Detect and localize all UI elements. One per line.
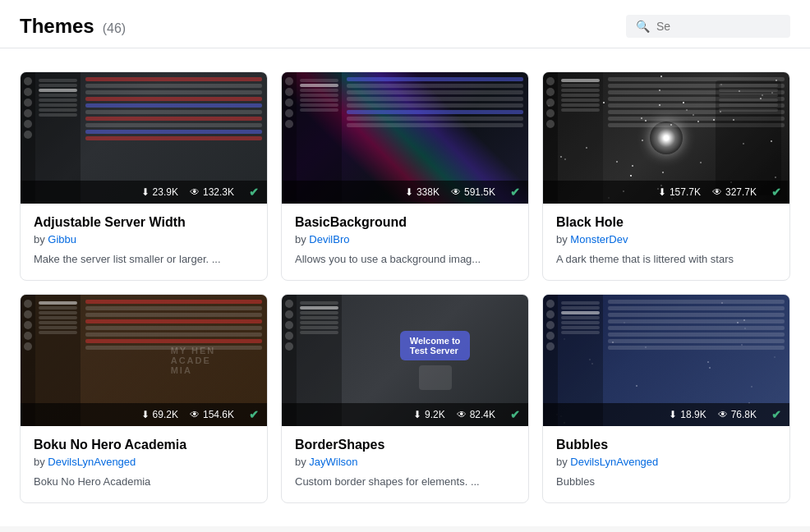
view-stat: 👁 327.7K <box>712 186 757 198</box>
page-header: Themes (46) 🔍 <box>0 0 810 48</box>
card-author: by Gibbu <box>34 233 254 245</box>
page-title: Themes <box>20 15 94 38</box>
card-description: Boku No Hero Academia <box>34 475 254 489</box>
theme-card-basicbackground[interactable]: ⬇ 338K 👁 591.5K ✔ BasicBackground by Dev… <box>281 71 529 281</box>
view-stat: 👁 154.6K <box>190 409 234 420</box>
download-icon: ⬇ <box>405 186 413 198</box>
card-author: by DevilsLynAvenged <box>34 456 254 468</box>
view-stat: 👁 76.8K <box>718 409 757 420</box>
eye-icon: 👁 <box>190 186 200 198</box>
download-icon: ⬇ <box>141 186 150 198</box>
author-link[interactable]: Gibbu <box>48 233 76 245</box>
verified-check: ✔ <box>249 186 259 199</box>
download-stat: ⬇ 69.2K <box>141 409 178 420</box>
download-stat: ⬇ 9.2K <box>413 409 445 420</box>
author-link[interactable]: MonsterDev <box>570 233 628 245</box>
eye-icon: 👁 <box>712 186 722 198</box>
author-link[interactable]: DevilsLynAvenged <box>570 456 658 468</box>
theme-card-bubbles[interactable]: ⬇ 18.9K 👁 76.8K ✔ Bubbles by DevilsLynAv… <box>542 294 790 503</box>
verified-check: ✔ <box>249 408 259 421</box>
view-stat: 👁 591.5K <box>451 186 495 198</box>
search-box[interactable]: 🔍 <box>626 15 790 38</box>
eye-icon: 👁 <box>457 409 467 420</box>
author-link[interactable]: DevilBro <box>309 233 349 245</box>
author-link[interactable]: JayWilson <box>309 456 357 468</box>
themes-grid: ⬇ 23.9K 👁 132.3K ✔ Adjustable Server Wid… <box>0 48 810 526</box>
verified-check: ✔ <box>510 186 520 199</box>
card-description: Bubbles <box>556 475 776 489</box>
card-title: Boku No Hero Academia <box>34 438 254 452</box>
card-description: Allows you to use a background imag... <box>295 252 515 267</box>
verified-check: ✔ <box>771 186 781 199</box>
view-stat: 👁 82.4K <box>457 409 495 420</box>
theme-card-adjustable-server-width[interactable]: ⬇ 23.9K 👁 132.3K ✔ Adjustable Server Wid… <box>20 71 268 281</box>
search-input[interactable] <box>656 20 780 33</box>
card-title: Adjustable Server Width <box>34 215 254 230</box>
download-stat: ⬇ 18.9K <box>669 409 706 420</box>
eye-icon: 👁 <box>190 409 200 420</box>
download-stat: ⬇ 338K <box>405 186 440 198</box>
verified-check: ✔ <box>771 408 781 421</box>
verified-check: ✔ <box>510 408 520 421</box>
download-stat: ⬇ 157.7K <box>658 186 701 198</box>
theme-card-black-hole[interactable]: ⬇ 157.7K 👁 327.7K ✔ Black Hole by Monste… <box>542 71 790 281</box>
card-title: BasicBackground <box>295 215 515 230</box>
theme-card-boku-no-hero-academia[interactable]: MY HENACADEMIA ⬇ 69.2K 👁 154.6K ✔ Boku N… <box>20 294 268 503</box>
download-stat: ⬇ 23.9K <box>141 186 178 198</box>
eye-icon: 👁 <box>451 186 461 198</box>
card-title: BorderShapes <box>295 438 515 452</box>
card-author: by DevilsLynAvenged <box>556 456 776 468</box>
theme-card-bordershapes[interactable]: Welcome toTest Server ⬇ 9.2K 👁 82.4K ✔ B… <box>281 294 529 503</box>
download-icon: ⬇ <box>413 409 421 420</box>
download-icon: ⬇ <box>669 409 677 420</box>
search-icon: 🔍 <box>636 20 650 33</box>
card-title: Black Hole <box>556 215 776 230</box>
eye-icon: 👁 <box>718 409 728 420</box>
card-author: by MonsterDev <box>556 233 776 245</box>
theme-count: (46) <box>103 21 126 36</box>
card-author: by DevilBro <box>295 233 515 245</box>
download-icon: ⬇ <box>658 186 666 198</box>
download-icon: ⬇ <box>141 409 150 420</box>
card-title: Bubbles <box>556 438 776 452</box>
card-description: A dark theme that is littered with stars <box>556 252 776 267</box>
card-description: Custom border shapes for elements. ... <box>295 475 515 489</box>
author-link[interactable]: DevilsLynAvenged <box>48 456 136 468</box>
card-description: Make the server list smaller or larger. … <box>34 252 254 267</box>
view-stat: 👁 132.3K <box>190 186 234 198</box>
card-author: by JayWilson <box>295 456 515 468</box>
